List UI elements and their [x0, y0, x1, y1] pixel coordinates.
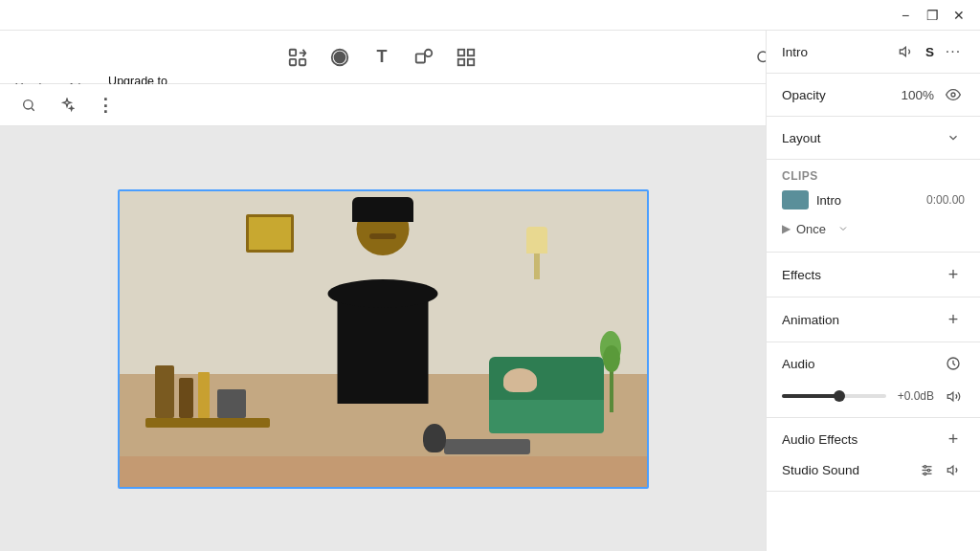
audio-label: Audio [782, 357, 815, 371]
audio-clock-icon[interactable] [942, 352, 965, 375]
audio-effects-label: Audio Effects [782, 432, 858, 447]
studio-sound-label: Studio Sound [782, 463, 859, 477]
audio-value: +0.0dB [894, 389, 934, 403]
svg-marker-14 [900, 47, 905, 55]
svg-marker-17 [947, 392, 953, 401]
layout-chevron-icon[interactable] [942, 126, 965, 149]
audio-slider-row: +0.0dB [782, 385, 965, 408]
once-row[interactable]: ▶ Once [782, 215, 965, 242]
svg-point-23 [924, 473, 926, 475]
intro-section-header: Intro S ··· [767, 31, 980, 74]
svg-rect-1 [290, 58, 296, 64]
canvas-magic-button[interactable] [54, 92, 80, 119]
opacity-label: Opacity [782, 88, 826, 102]
svg-rect-2 [300, 58, 305, 64]
svg-point-3 [334, 52, 345, 62]
layout-label: Layout [782, 131, 821, 145]
right-panel: Intro S ··· Opacity 100% L [766, 31, 980, 551]
clip-name: Intro [816, 193, 926, 208]
record-tool[interactable] [323, 40, 357, 75]
svg-rect-5 [416, 54, 425, 62]
effects-section[interactable]: Effects + [767, 253, 980, 298]
audio-slider-thumb[interactable] [834, 390, 845, 402]
animation-section[interactable]: Animation + [767, 298, 980, 342]
intro-size-label: S [925, 45, 934, 59]
audio-effects-section: Audio Effects + Studio Sound [767, 418, 980, 492]
effects-label: Effects [782, 268, 821, 282]
studio-sound-speaker-icon[interactable] [942, 458, 965, 481]
once-chevron-icon[interactable] [832, 217, 855, 240]
audio-effects-plus-icon[interactable]: + [942, 428, 965, 451]
svg-rect-7 [458, 49, 464, 55]
video-frame[interactable] [118, 189, 649, 489]
close-button[interactable]: ✕ [946, 2, 972, 29]
animation-label: Animation [782, 313, 839, 327]
svg-point-6 [425, 49, 432, 55]
canvas-search-button[interactable] [15, 92, 42, 119]
clip-item: Intro 0:00.00 [782, 190, 965, 209]
shapes-tool[interactable] [407, 40, 441, 75]
clips-label: Clips [782, 169, 965, 183]
audio-speaker-icon[interactable] [942, 385, 965, 408]
svg-point-21 [924, 465, 926, 468]
clips-section: Clips Intro 0:00.00 ▶ Once [767, 160, 980, 253]
minimize-button[interactable]: − [892, 2, 919, 29]
text-tool[interactable]: T [365, 40, 399, 75]
audio-section: Audio +0.0dB [767, 342, 980, 418]
import-tool[interactable] [280, 40, 315, 75]
svg-point-15 [951, 93, 955, 97]
svg-point-22 [927, 469, 930, 472]
studio-sound-row: Studio Sound [782, 458, 965, 481]
canvas-toolbar: ⋮ [0, 84, 766, 126]
studio-sound-settings-icon[interactable] [915, 458, 938, 481]
svg-rect-10 [468, 58, 474, 64]
opacity-value: 100% [901, 88, 934, 102]
svg-rect-8 [468, 49, 474, 55]
intro-audio-icon[interactable] [895, 40, 918, 63]
effects-plus-icon[interactable]: + [942, 263, 965, 286]
svg-rect-9 [458, 58, 464, 64]
clip-time: 0:00.00 [926, 193, 965, 207]
grid-tool[interactable] [449, 40, 483, 75]
clip-thumbnail [782, 190, 809, 209]
toolbar-tools: T [15, 40, 748, 75]
canvas-more-button[interactable]: ⋮ [92, 92, 119, 119]
animation-plus-icon[interactable]: + [942, 308, 965, 331]
opacity-section: Opacity 100% [767, 74, 980, 117]
layout-section[interactable]: Layout [767, 117, 980, 160]
audio-slider-fill [782, 394, 839, 398]
title-bar: − ❐ ✕ [0, 0, 980, 31]
opacity-eye-icon[interactable] [942, 83, 965, 106]
intro-label: Intro [782, 45, 808, 59]
canvas-content [0, 126, 766, 551]
audio-effects-header: Audio Effects + [782, 428, 965, 451]
audio-header: Audio [782, 352, 965, 375]
svg-point-13 [24, 99, 33, 108]
svg-marker-24 [947, 466, 953, 474]
intro-more-icon[interactable]: ··· [942, 40, 965, 63]
svg-rect-0 [290, 49, 296, 55]
audio-slider[interactable] [782, 394, 886, 398]
play-icon: ▶ [782, 222, 791, 235]
video-placeholder [120, 191, 647, 487]
canvas-area: ⋮ [0, 84, 766, 551]
once-text: Once [796, 222, 826, 236]
restore-button[interactable]: ❐ [919, 2, 946, 29]
